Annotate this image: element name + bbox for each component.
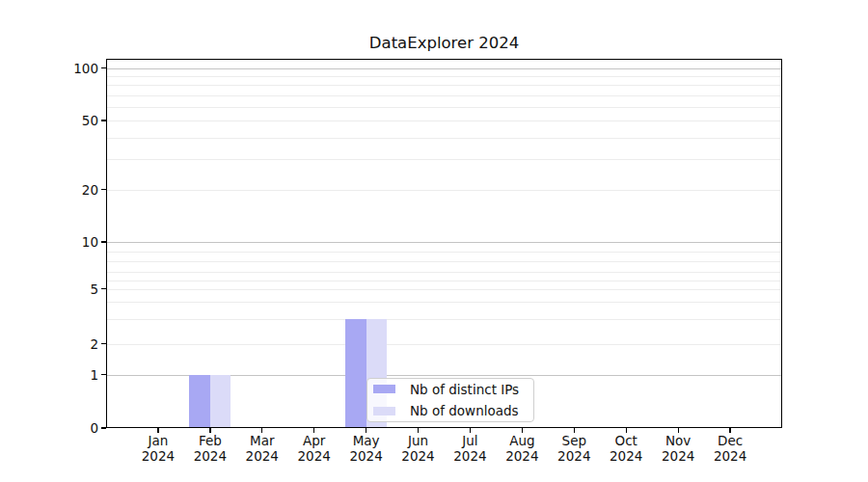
- y-major-gridline: [106, 242, 782, 243]
- y-tick-label: 50: [31, 113, 98, 128]
- x-tick-mark: [574, 428, 575, 433]
- y-minor-gridline: [106, 76, 782, 77]
- y-tick-label: 5: [31, 281, 98, 297]
- axes-frame: [106, 59, 782, 428]
- bar-distinct-ips: [345, 319, 366, 428]
- y-minor-gridline: [106, 95, 782, 96]
- x-tick-mark: [470, 428, 471, 433]
- y-minor-gridline: [106, 159, 782, 160]
- y-tick-label: 1: [31, 367, 98, 383]
- bar-distinct-ips: [189, 375, 210, 428]
- legend-item-downloads: Nb of downloads: [373, 403, 528, 420]
- x-tick-mark: [157, 428, 158, 433]
- y-tick-label: 10: [31, 234, 98, 250]
- x-tick-mark: [729, 428, 730, 433]
- y-tick-label: 0: [31, 420, 98, 436]
- x-tick-mark: [261, 428, 262, 433]
- y-minor-gridline: [106, 85, 782, 86]
- x-tick-mark: [313, 428, 314, 433]
- chart-title: DataExplorer 2024: [106, 34, 782, 52]
- x-tick-label: Dec 2024: [699, 434, 761, 464]
- y-minor-gridline: [106, 261, 782, 262]
- y-major-gridline: [106, 68, 782, 69]
- y-minor-gridline: [106, 252, 782, 253]
- y-tick-mark: [101, 427, 106, 428]
- y-minor-gridline: [106, 120, 782, 121]
- y-minor-gridline: [106, 319, 782, 320]
- legend-item-distinct-ips: Nb of distinct IPs: [373, 381, 528, 398]
- plot-area: [106, 59, 782, 428]
- chart-figure: DataExplorer 2024 Nb of distinct IPs Nb …: [0, 0, 868, 482]
- x-tick-mark: [678, 428, 679, 433]
- legend-label-downloads: Nb of downloads: [410, 403, 519, 418]
- x-tick-mark: [418, 428, 419, 433]
- legend-swatch-downloads: [373, 407, 395, 415]
- y-minor-gridline: [106, 302, 782, 303]
- y-minor-gridline: [106, 344, 782, 345]
- x-tick-mark: [209, 428, 210, 433]
- y-tick-label: 2: [31, 336, 98, 352]
- y-minor-gridline: [106, 272, 782, 273]
- y-minor-gridline: [106, 190, 782, 191]
- y-minor-gridline: [106, 107, 782, 108]
- y-tick-label: 100: [31, 61, 98, 76]
- x-tick-mark: [522, 428, 523, 433]
- legend-swatch-distinct-ips: [373, 385, 395, 393]
- y-minor-gridline: [106, 289, 782, 290]
- y-minor-gridline: [106, 138, 782, 139]
- x-tick-mark: [626, 428, 627, 433]
- y-tick-label: 20: [31, 182, 98, 198]
- x-tick-mark: [366, 428, 366, 433]
- legend: Nb of distinct IPs Nb of downloads: [366, 378, 534, 422]
- bar-downloads: [210, 375, 231, 428]
- y-minor-gridline: [106, 281, 782, 281]
- legend-label-distinct-ips: Nb of distinct IPs: [410, 382, 519, 397]
